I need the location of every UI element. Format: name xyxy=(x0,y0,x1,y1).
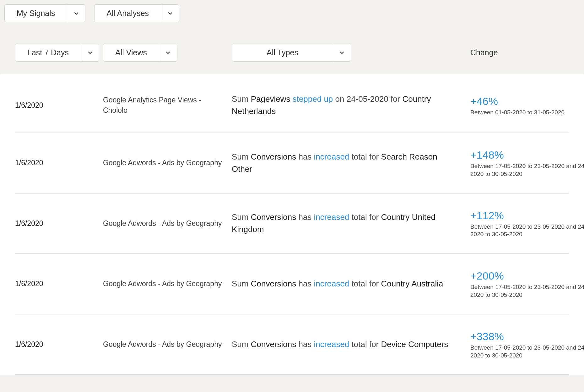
row-change: +148% Between 17-05-2020 to 23-05-2020 a… xyxy=(470,148,584,178)
change-range: Between 17-05-2020 to 23-05-2020 and 24-… xyxy=(470,162,584,178)
types-label: All Types xyxy=(232,44,333,61)
row-change: +200% Between 17-05-2020 to 23-05-2020 a… xyxy=(470,269,584,299)
chevron-down-icon xyxy=(81,44,99,61)
row-date: 1/6/2020 xyxy=(15,159,103,167)
chevron-down-icon xyxy=(161,5,179,22)
row-change: +112% Between 17-05-2020 to 23-05-2020 a… xyxy=(470,209,584,239)
insight-link[interactable]: stepped up xyxy=(293,94,333,104)
change-percent: +200% xyxy=(470,269,584,283)
row-date: 1/6/2020 xyxy=(15,101,103,110)
change-range: Between 17-05-2020 to 23-05-2020 and 24-… xyxy=(470,283,584,299)
my-signals-dropdown[interactable]: My Signals xyxy=(4,4,85,22)
table-row[interactable]: 1/6/2020 Google Adwords - Ads by Geograp… xyxy=(15,254,569,314)
row-description: Sum Conversions has increased total for … xyxy=(232,211,470,236)
change-percent: +112% xyxy=(470,209,584,222)
insight-link[interactable]: increased xyxy=(314,340,349,349)
change-range: Between 17-05-2020 to 23-05-2020 and 24-… xyxy=(470,344,584,359)
row-view: Google Analytics Page Views - Chololo xyxy=(103,95,232,116)
chevron-down-icon xyxy=(333,44,351,61)
row-date: 1/6/2020 xyxy=(15,340,103,349)
insight-link[interactable]: increased xyxy=(314,279,349,288)
chevron-down-icon xyxy=(67,5,85,22)
top-filters: My Signals All Analyses xyxy=(0,0,584,31)
date-range-cell: Last 7 Days xyxy=(15,44,103,62)
all-analyses-dropdown[interactable]: All Analyses xyxy=(94,4,179,22)
date-range-label: Last 7 Days xyxy=(15,44,81,61)
column-header-row: Last 7 Days All Views All Types Change xyxy=(0,31,584,74)
row-date: 1/6/2020 xyxy=(15,280,103,288)
change-range: Between 17-05-2020 to 23-05-2020 and 24-… xyxy=(470,223,584,238)
change-range: Between 01-05-2020 to 31-05-2020 xyxy=(470,109,584,117)
views-label: All Views xyxy=(103,44,159,61)
types-cell: All Types xyxy=(232,44,470,62)
views-cell: All Views xyxy=(103,44,232,62)
insight-link[interactable]: increased xyxy=(314,152,349,161)
row-change: +46% Between 01-05-2020 to 31-05-2020 xyxy=(470,94,584,117)
row-view: Google Adwords - Ads by Geography xyxy=(103,158,232,168)
insight-link[interactable]: increased xyxy=(314,212,349,222)
row-change: +338% Between 17-05-2020 to 23-05-2020 a… xyxy=(470,329,584,360)
row-date: 1/6/2020 xyxy=(15,219,103,228)
row-description: Sum Conversions has increased total for … xyxy=(232,338,470,351)
change-percent: +46% xyxy=(470,94,584,108)
row-view: Google Adwords - Ads by Geography xyxy=(103,218,232,229)
row-description: Sum Conversions has increased total for … xyxy=(232,278,470,290)
date-range-dropdown[interactable]: Last 7 Days xyxy=(15,44,99,62)
types-dropdown[interactable]: All Types xyxy=(232,44,351,62)
row-view: Google Adwords - Ads by Geography xyxy=(103,279,232,289)
chevron-down-icon xyxy=(159,44,177,61)
row-description: Sum Pageviews stepped up on 24-05-2020 f… xyxy=(232,93,470,117)
table-row[interactable]: 1/6/2020 Google Adwords - Ads by Geograp… xyxy=(15,133,569,193)
signals-list: 1/6/2020 Google Analytics Page Views - C… xyxy=(0,74,584,375)
row-description: Sum Conversions has increased total for … xyxy=(232,151,470,175)
all-analyses-label: All Analyses xyxy=(95,5,161,22)
change-percent: +148% xyxy=(470,148,584,162)
table-row[interactable]: 1/6/2020 Google Adwords - Ads by Geograp… xyxy=(15,193,569,254)
views-dropdown[interactable]: All Views xyxy=(103,44,177,62)
table-row[interactable]: 1/6/2020 Google Analytics Page Views - C… xyxy=(15,74,569,133)
table-row[interactable]: 1/6/2020 Google Adwords - Ads by Geograp… xyxy=(15,314,569,375)
my-signals-label: My Signals xyxy=(5,5,67,22)
change-column-header: Change xyxy=(470,48,584,57)
change-percent: +338% xyxy=(470,329,584,343)
row-view: Google Adwords - Ads by Geography xyxy=(103,339,232,350)
